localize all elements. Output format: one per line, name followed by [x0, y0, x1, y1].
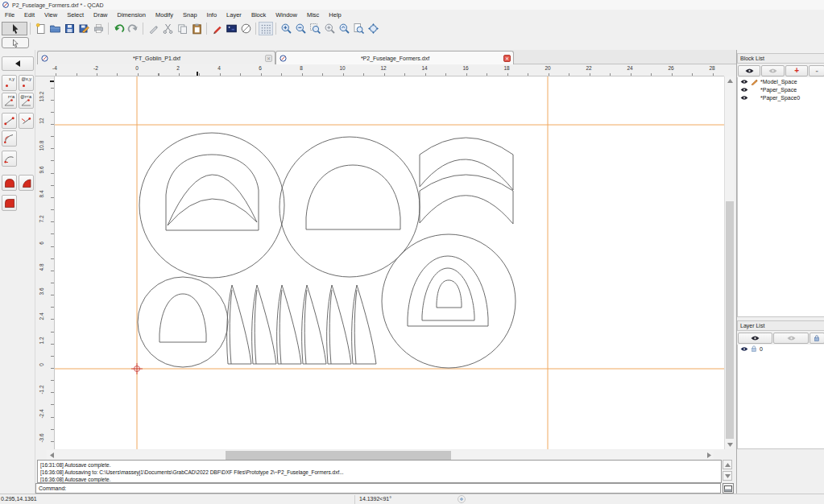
drawing-canvas[interactable] [55, 76, 724, 449]
menu-item[interactable]: Info [202, 10, 222, 21]
tab-ft-goblin[interactable]: *FT_Goblin_P1.dxf ✕ [37, 51, 275, 64]
grid-toggle-button[interactable] [259, 22, 273, 35]
eye-icon[interactable] [740, 346, 748, 352]
menu-item[interactable]: Edit [19, 10, 39, 21]
menu-item[interactable]: Draw [89, 10, 113, 21]
tab-close-icon[interactable]: ✕ [265, 55, 272, 62]
solid-shape-button[interactable] [2, 195, 17, 211]
coord-absolute-button[interactable]: x,y [2, 75, 17, 91]
lock-all-layers-button[interactable] [810, 333, 824, 344]
remove-button[interactable] [146, 22, 160, 35]
redo-button[interactable] [126, 22, 140, 35]
auto-zoom-button[interactable] [366, 22, 380, 35]
save-button[interactable] [62, 22, 77, 35]
edit-pencil-icon [751, 78, 758, 85]
scroll-up-arrow[interactable] [725, 76, 735, 85]
menu-item[interactable]: Dimension [113, 10, 151, 21]
zoom-window-button[interactable] [308, 22, 322, 35]
block-row-paper-space0[interactable]: *Paper_Space0 [738, 93, 824, 101]
line-angle-button[interactable] [19, 113, 34, 129]
block-list[interactable]: *Model_Space *Paper_Space *Paper_Space0 [737, 77, 824, 317]
ruler-label: 0 [38, 355, 46, 374]
hide-all-blocks-button[interactable] [761, 65, 784, 76]
solid-pie-button[interactable] [19, 175, 34, 191]
zoom-page-button[interactable] [351, 22, 366, 35]
zoom-in-button[interactable] [279, 22, 293, 35]
eye-icon[interactable] [740, 95, 748, 101]
line-two-points-button[interactable] [2, 113, 17, 129]
print-button[interactable] [91, 22, 106, 35]
property-pen-button[interactable] [209, 22, 224, 35]
polar-relative-button[interactable]: @r<a [19, 93, 34, 109]
menu-item[interactable]: Layer [222, 10, 246, 21]
arc-tangent-button[interactable] [2, 130, 17, 147]
zoom-previous-button[interactable] [337, 22, 351, 35]
select-tool-button[interactable] [2, 22, 27, 35]
solid-dome-button[interactable] [2, 175, 17, 191]
qcad-icon [41, 55, 48, 62]
show-all-blocks-button[interactable] [738, 65, 760, 76]
menu-item[interactable]: Window [271, 10, 302, 21]
layer-list[interactable]: 0 [737, 345, 824, 449]
layer-list-toolbar [737, 332, 824, 345]
show-all-layers-button[interactable] [738, 333, 772, 344]
command-history[interactable]: [16:31:08] Autosave complete. [16:36:08]… [37, 460, 722, 483]
tab-p2-fuselage[interactable]: *P2_Fuselage_Formers.dxf ✕ [275, 51, 514, 64]
remove-block-button[interactable]: - [809, 65, 824, 76]
red-pen-icon [211, 23, 223, 35]
ruler-label: 10.8 [38, 136, 46, 155]
hide-all-layers-button[interactable] [773, 333, 808, 344]
arc-button[interactable] [2, 151, 17, 167]
menu-item[interactable]: Modify [151, 10, 178, 21]
main-toolbar [0, 21, 824, 36]
ruler-label: 18 [500, 65, 513, 71]
menu-item[interactable]: Help [324, 10, 346, 21]
add-block-button[interactable]: + [785, 65, 808, 76]
open-file-button[interactable] [48, 22, 62, 35]
back-button[interactable] [2, 56, 34, 71]
menu-item[interactable]: Snap [178, 10, 202, 21]
bitmap-button[interactable] [224, 22, 238, 35]
block-row-paper-space[interactable]: *Paper_Space [738, 85, 824, 93]
new-file-button[interactable] [33, 22, 48, 35]
ellipse-tool-button[interactable] [238, 22, 253, 35]
zoom-actual-button[interactable] [322, 22, 337, 35]
selection-mode-button[interactable] [2, 37, 29, 48]
vscroll-thumb[interactable] [726, 201, 734, 439]
copy-button[interactable] [175, 22, 189, 35]
vertical-scrollbar[interactable] [724, 76, 735, 449]
block-row-model-space[interactable]: *Model_Space [738, 77, 824, 85]
coord-relative-button[interactable]: @x,y [19, 75, 34, 91]
lock-icon[interactable] [751, 345, 757, 352]
scroll-right-arrow[interactable] [704, 451, 714, 460]
undo-button[interactable] [111, 22, 126, 35]
scroll-down-arrow[interactable] [725, 440, 735, 449]
polar-absolute-button[interactable]: r<a [2, 93, 17, 109]
command-input[interactable]: Command: [35, 483, 721, 494]
menu-item[interactable]: Block [246, 10, 271, 21]
eye-icon[interactable] [740, 79, 748, 85]
hscroll-thumb[interactable] [226, 451, 451, 460]
angle-lines-icon [21, 99, 31, 106]
menu-item[interactable]: View [39, 10, 62, 21]
cut-button[interactable] [160, 22, 175, 35]
menu-item[interactable]: Select [62, 10, 89, 21]
history-scroll-up[interactable] [723, 460, 732, 469]
menu-item[interactable]: File [0, 10, 19, 21]
arc-icon [3, 153, 15, 164]
paste-button[interactable] [189, 22, 204, 35]
ruler-label: 26 [665, 65, 677, 71]
eye-icon [751, 335, 760, 341]
tab-close-icon[interactable]: ✕ [503, 55, 511, 62]
zoom-out-button[interactable] [293, 22, 308, 35]
command-panel-toggle-button[interactable] [723, 483, 734, 494]
plus-icon: + [794, 68, 799, 74]
menu-item[interactable]: Misc [302, 10, 324, 21]
eye-icon[interactable] [740, 87, 748, 93]
history-scroll-down[interactable] [723, 471, 732, 481]
scissors-icon [162, 23, 174, 35]
save-as-button[interactable] [77, 22, 91, 35]
line-2p-icon [3, 115, 15, 126]
scroll-left-arrow[interactable] [47, 451, 56, 460]
layer-row-0[interactable]: 0 [738, 345, 824, 353]
